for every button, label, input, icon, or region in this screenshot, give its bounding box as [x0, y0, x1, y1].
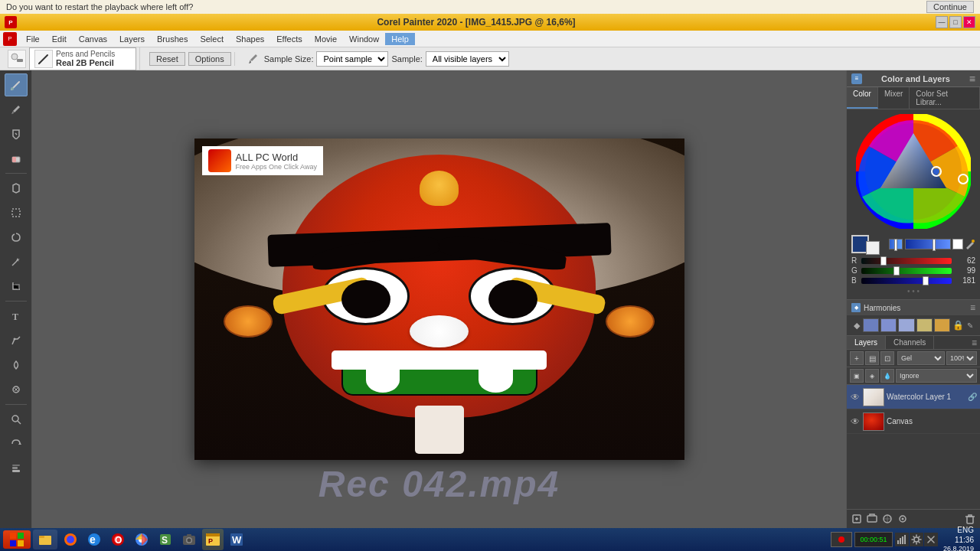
tab-color[interactable]: Color	[847, 87, 878, 109]
layer-mask-btn[interactable]	[880, 512, 894, 526]
magnify-tool[interactable]	[5, 408, 28, 431]
background-color-swatch[interactable]	[866, 241, 880, 255]
pen-tool[interactable]	[5, 329, 28, 352]
taskbar-ie[interactable]: e	[83, 529, 105, 550]
g-slider-track[interactable]	[861, 268, 952, 274]
taskbar-chrome[interactable]	[131, 529, 152, 550]
brush-tool[interactable]	[5, 73, 28, 96]
harmony-swatch-3[interactable]	[898, 318, 914, 332]
taskbar-corel-painter[interactable]: P	[202, 529, 224, 550]
menu-movie[interactable]: Movie	[309, 33, 343, 45]
harmony-tool-icon[interactable]: ◆	[851, 320, 861, 331]
harmony-swatch-4[interactable]	[916, 318, 933, 332]
start-button[interactable]	[3, 530, 31, 549]
menu-canvas[interactable]: Canvas	[73, 33, 113, 45]
eyedropper-tool[interactable]	[5, 98, 28, 121]
menu-layers[interactable]: Layers	[113, 33, 151, 45]
rotate-tool[interactable]	[5, 432, 28, 455]
text-tool[interactable]: T	[5, 305, 28, 328]
sample-size-select[interactable]: Point sample 3x3 Average 5x5 Average	[316, 51, 388, 67]
panel-menu-button[interactable]: ≡	[969, 73, 975, 85]
tab-layers[interactable]: Layers	[847, 336, 886, 349]
more-options-dots[interactable]: • • •	[851, 286, 975, 296]
eraser-tool[interactable]	[5, 147, 28, 170]
layer-item-canvas[interactable]: 👁 Canvas	[847, 409, 980, 434]
taskbar-opera[interactable]: O	[107, 529, 129, 550]
layer-adjust-tool[interactable]	[5, 457, 28, 480]
r-slider-track[interactable]	[861, 258, 952, 264]
hue-slider[interactable]	[889, 239, 903, 249]
taskbar-word[interactable]: W	[226, 529, 247, 550]
layer-opacity-select[interactable]: 100%	[946, 351, 977, 365]
layer-visibility-toggle-canvas[interactable]: 👁	[850, 416, 861, 427]
harmonies-title: Harmonies	[864, 304, 900, 312]
layer-effects-btn[interactable]	[896, 512, 910, 526]
taskbar-close-icon[interactable]	[924, 533, 938, 546]
tab-channels[interactable]: Channels	[886, 336, 934, 349]
white-swatch[interactable]	[952, 239, 963, 249]
taskbar-file-explorer[interactable]	[33, 530, 57, 549]
maximize-button[interactable]: □	[949, 16, 962, 28]
g-slider-thumb[interactable]	[893, 266, 900, 276]
menu-select[interactable]: Select	[194, 33, 230, 45]
selection-rect-tool[interactable]	[5, 201, 28, 224]
lasso-tool[interactable]	[5, 226, 28, 249]
harmony-swatch-5[interactable]	[934, 318, 950, 332]
color-wheel[interactable]	[856, 114, 971, 229]
magic-wand-tool[interactable]	[5, 250, 28, 273]
taskbar-settings-icon[interactable]	[910, 533, 923, 546]
transform-tool[interactable]	[5, 177, 28, 200]
taskbar-bars-icon[interactable]	[895, 533, 909, 546]
layer-blend-mode-2-select[interactable]: Ignore Normal	[896, 369, 977, 383]
menu-help[interactable]: Help	[385, 33, 415, 45]
taskbar-clock[interactable]: ENG 11:36 26.8.2019	[940, 525, 977, 551]
taskbar-unknown-1[interactable]: S	[155, 529, 176, 550]
tab-mixer[interactable]: Mixer	[878, 87, 910, 109]
menu-window[interactable]: Window	[343, 33, 385, 45]
harmony-edit-icon[interactable]: ✎	[965, 320, 975, 331]
b-slider-thumb[interactable]	[923, 276, 929, 285]
layer-group-btn[interactable]	[865, 512, 879, 526]
taskbar-camera[interactable]	[178, 529, 200, 550]
layer-wet-look[interactable]: 💧	[880, 369, 894, 383]
layer-blend-mode-select[interactable]: Gel Ignore Normal Multiply	[897, 351, 945, 365]
menu-brushes[interactable]: Brushes	[151, 33, 194, 45]
layer-pick-color[interactable]: ◈	[865, 369, 879, 383]
tab-color-set[interactable]: Color Set Librar...	[910, 87, 980, 109]
eyedropper-icon[interactable]	[244, 51, 261, 67]
r-slider-thumb[interactable]	[880, 256, 887, 266]
blender-tool[interactable]	[5, 354, 28, 377]
layer-new-button[interactable]	[850, 512, 864, 526]
new-layer-button[interactable]: +	[850, 351, 864, 365]
burn-tool[interactable]	[5, 378, 28, 401]
sample-select[interactable]: All visible layers Current layer	[426, 51, 509, 67]
sat-slider[interactable]	[905, 239, 951, 249]
layers-menu-button[interactable]: ≡	[972, 337, 977, 348]
harmony-swatch-2[interactable]	[880, 318, 897, 332]
color-picker-icon[interactable]	[965, 239, 975, 249]
menu-edit[interactable]: Edit	[46, 33, 73, 45]
layer-delete-button[interactable]	[963, 512, 977, 526]
crop-tool[interactable]	[5, 275, 28, 298]
layer-preserve-transparency[interactable]: ▣	[850, 369, 864, 383]
paint-bucket-tool[interactable]	[5, 122, 28, 145]
menu-shapes[interactable]: Shapes	[230, 33, 270, 45]
options-button[interactable]: Options	[188, 52, 231, 66]
minimize-button[interactable]: —	[936, 16, 948, 28]
brush-selector-icon[interactable]	[8, 50, 26, 68]
harmony-swatch-1[interactable]	[863, 318, 879, 332]
reset-button[interactable]: Reset	[149, 52, 185, 66]
continue-button[interactable]: Continue	[926, 1, 974, 13]
harmony-lock-icon[interactable]: 🔒	[953, 320, 964, 331]
harmonies-menu-button[interactable]: ≡	[970, 302, 975, 313]
layer-mask-button[interactable]: ⊡	[880, 351, 894, 365]
layer-group-button[interactable]: ▤	[865, 351, 879, 365]
recording-indicator[interactable]	[831, 532, 852, 547]
close-button[interactable]: ✕	[963, 16, 975, 28]
taskbar-firefox[interactable]	[60, 529, 81, 550]
menu-effects[interactable]: Effects	[270, 33, 308, 45]
menu-file[interactable]: File	[20, 33, 46, 45]
layer-item-watercolor[interactable]: 👁 Watercolor Layer 1 🔗	[847, 385, 980, 409]
b-slider-track[interactable]	[861, 278, 952, 284]
layer-visibility-toggle-watercolor[interactable]: 👁	[850, 392, 861, 403]
